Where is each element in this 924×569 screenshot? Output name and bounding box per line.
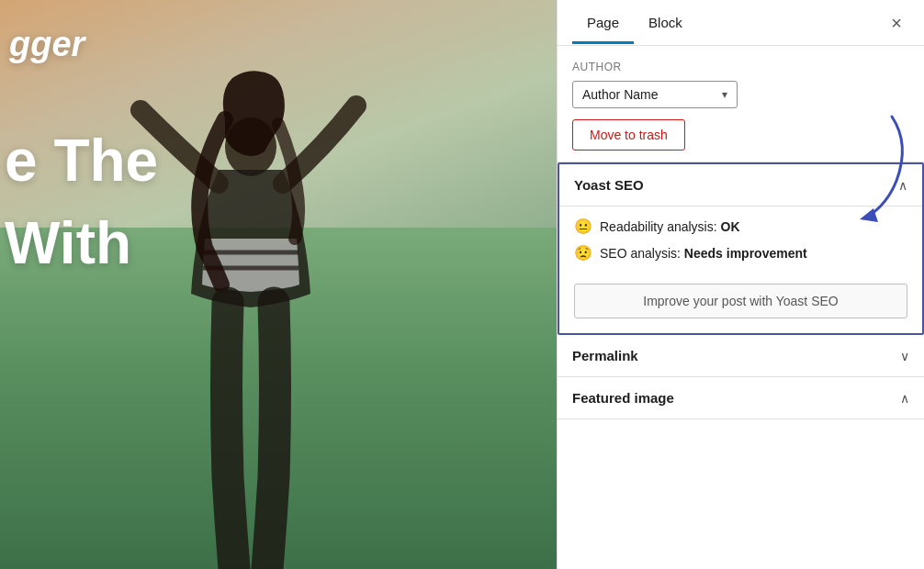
seo-icon: 😟 (574, 244, 592, 262)
seo-row: 😟 SEO analysis: Needs improvement (574, 244, 907, 262)
improve-yoast-button[interactable]: Improve your post with Yoast SEO (574, 284, 907, 318)
featured-image-section: Featured image ∧ (558, 377, 924, 419)
headline-line2: With (5, 211, 131, 275)
yoast-chevron-icon: ∧ (898, 178, 907, 193)
permalink-title: Permalink (572, 348, 638, 363)
move-to-trash-button[interactable]: Move to trash (572, 119, 685, 151)
permalink-chevron-icon: ∨ (900, 349, 909, 363)
close-button[interactable]: × (884, 10, 909, 36)
featured-image-header[interactable]: Featured image ∧ (558, 377, 924, 418)
yoast-section: Yoast SEO ∧ 😐 Readability analysis: OK 😟 (558, 162, 924, 335)
author-section: Author Author Name ▾ Move to trash (558, 46, 924, 162)
readability-row: 😐 Readability analysis: OK (574, 218, 907, 235)
readability-label: Readability analysis: OK (600, 219, 740, 234)
headline-line1: e The (5, 128, 158, 193)
tab-bar: Page Block × (558, 0, 924, 46)
sidebar-panel: Page Block × Author Author Name ▾ Move t… (557, 0, 924, 569)
permalink-header[interactable]: Permalink ∨ (558, 335, 924, 376)
yoast-content: 😐 Readability analysis: OK 😟 SEO analysi… (559, 206, 922, 333)
tab-page[interactable]: Page (572, 2, 634, 43)
readability-icon: 😐 (574, 218, 592, 235)
featured-image-title: Featured image (572, 390, 674, 406)
author-label: Author (572, 61, 909, 73)
author-select-value: Author Name (582, 87, 658, 102)
blogger-text: gger (9, 26, 85, 64)
sidebar-content: Author Author Name ▾ Move to trash (558, 46, 924, 569)
permalink-section: Permalink ∨ (558, 335, 924, 377)
author-dropdown-arrow-icon: ▾ (722, 88, 727, 101)
seo-label: SEO analysis: Needs improvement (600, 246, 807, 261)
editor-area: gger e The With (0, 0, 557, 569)
yoast-header[interactable]: Yoast SEO ∧ (559, 164, 922, 206)
tab-block[interactable]: Block (634, 2, 697, 43)
seo-status: Needs improvement (684, 246, 807, 261)
author-dropdown[interactable]: Author Name ▾ (572, 81, 738, 108)
yoast-title: Yoast SEO (574, 177, 644, 193)
featured-image-chevron-icon: ∧ (900, 391, 909, 406)
readability-status: OK (721, 219, 740, 234)
yoast-wrapper: Yoast SEO ∧ 😐 Readability analysis: OK 😟 (558, 162, 924, 335)
